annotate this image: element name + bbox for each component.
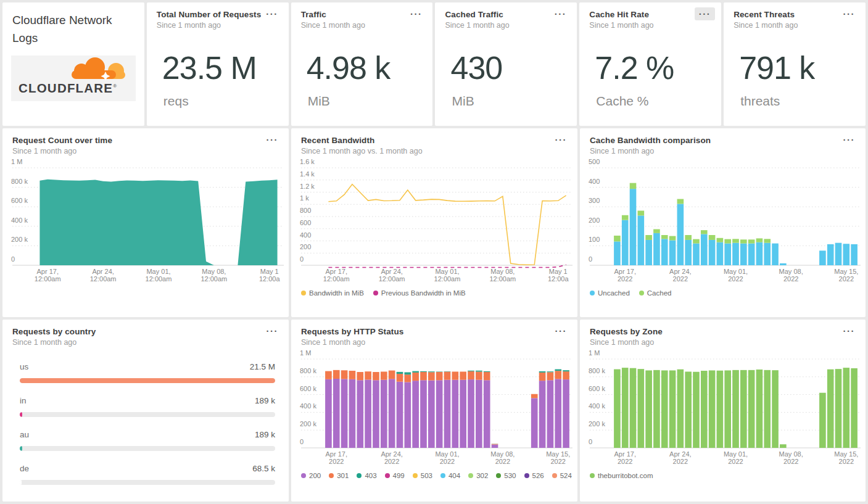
svg-text:400 k: 400 k — [589, 402, 605, 410]
panel-menu-button[interactable]: ··· — [406, 7, 427, 20]
panel-subtitle: Since 1 month ago — [734, 21, 856, 30]
panel-title: Requests by country — [12, 327, 279, 336]
legend-item[interactable]: 200 — [301, 472, 321, 479]
svg-text:Apr 24,: Apr 24, — [92, 268, 114, 275]
stat-value: 7.2 % — [595, 49, 721, 86]
svg-text:1 M: 1 M — [300, 349, 311, 357]
panel-title: Total Number of Requests — [157, 10, 279, 19]
panel-subtitle: Since 1 month ago — [301, 338, 568, 347]
svg-text:12:00a: 12:00a — [548, 275, 569, 283]
legend-dot-icon — [440, 473, 445, 478]
panel-menu-button[interactable]: ··· — [839, 133, 860, 146]
stat-total-requests: Total Number of Requests Since 1 month a… — [147, 2, 289, 126]
stat-unit: Cache % — [596, 94, 721, 109]
legend-dot-icon — [590, 291, 595, 295]
svg-text:1.4 k: 1.4 k — [300, 170, 315, 178]
svg-text:0: 0 — [300, 255, 304, 263]
recent-bandwidth-chart[interactable]: 1.6 k1.4 k1.2 k1 k8006004002000Apr 17,12… — [291, 155, 577, 285]
panel-requests-by-http-status: Requests by HTTP Status Since 1 month ag… — [291, 320, 577, 502]
country-bar-fill — [20, 446, 22, 451]
svg-text:May 08,: May 08, — [779, 268, 803, 275]
legend-dot-icon — [329, 473, 334, 478]
svg-text:May 15,: May 15, — [834, 450, 858, 458]
country-code: in — [20, 396, 27, 405]
cloudflare-logo: CLOUDFLARE® — [11, 56, 136, 101]
legend-item[interactable]: 404 — [440, 472, 460, 479]
middle-chart-row: Request Count over time Since 1 month ag… — [2, 128, 866, 317]
dashboard-page: Cloudflare Network Logs CLOUDFLARE® — [0, 0, 868, 504]
zone-chart[interactable]: 1 M800 k600 k400 k200 k0Apr 17,2022Apr 2… — [580, 347, 866, 468]
legend-item[interactable]: 503 — [413, 472, 432, 479]
svg-text:800: 800 — [300, 207, 311, 214]
legend-item[interactable]: Bandwidth in MiB — [301, 289, 364, 297]
panel-menu-button[interactable]: ··· — [839, 324, 860, 337]
panel-subtitle: Since 1 month ago — [301, 21, 423, 30]
http-status-chart[interactable]: 1 M800 k600 k400 k200 k0Apr 17,2022Apr 2… — [291, 347, 577, 468]
stat-cached-traffic: Cached Traffic Since 1 month ago ··· 430… — [435, 2, 577, 126]
legend-item[interactable]: 524 — [552, 472, 572, 479]
legend-item[interactable]: theburritobot.com — [590, 472, 653, 479]
panel-menu-button[interactable]: ··· — [551, 133, 572, 146]
svg-text:800 k: 800 k — [300, 367, 316, 374]
svg-text:400: 400 — [300, 231, 311, 239]
svg-text:2022: 2022 — [673, 275, 688, 283]
panel-menu-button[interactable]: ··· — [838, 7, 859, 20]
svg-text:Apr 17,: Apr 17, — [326, 268, 347, 275]
panel-request-count: Request Count over time Since 1 month ag… — [2, 128, 289, 317]
stat-value: 4.98 k — [307, 49, 433, 86]
legend-item[interactable]: 302 — [468, 472, 488, 479]
panel-menu-button[interactable]: ··· — [262, 7, 283, 20]
svg-text:May 01,: May 01, — [724, 450, 748, 458]
legend-item[interactable]: 526 — [524, 472, 544, 479]
legend-item[interactable]: 403 — [357, 472, 376, 479]
country-row: de68.5 k — [20, 464, 275, 485]
svg-text:Apr 24,: Apr 24, — [669, 450, 691, 458]
svg-text:600 k: 600 k — [300, 385, 316, 392]
legend-item[interactable]: 499 — [385, 472, 405, 479]
panel-menu-button[interactable]: ··· — [551, 324, 572, 337]
svg-text:300: 300 — [589, 197, 600, 204]
cache-bandwidth-chart[interactable]: 5004003002001000Apr 17,2022Apr 24,2022Ma… — [580, 155, 866, 285]
legend-item[interactable]: Cached — [639, 289, 672, 297]
svg-text:12:00am: 12:00am — [489, 275, 516, 283]
legend-label: 403 — [365, 472, 376, 479]
svg-text:400 k: 400 k — [300, 402, 316, 410]
legend-label: theburritobot.com — [598, 472, 653, 479]
legend-dot-icon — [373, 291, 378, 295]
panel-requests-by-country: Requests by country Since 1 month ago ··… — [2, 320, 289, 502]
legend-dot-icon — [590, 473, 595, 478]
svg-text:0: 0 — [589, 255, 592, 263]
panel-menu-button[interactable]: ··· — [695, 7, 716, 20]
svg-text:0: 0 — [300, 438, 304, 445]
svg-text:May 15,: May 15, — [834, 268, 858, 275]
legend-label: 200 — [309, 472, 321, 479]
legend-item[interactable]: 301 — [329, 472, 349, 479]
svg-text:Apr 24,: Apr 24, — [381, 450, 402, 458]
svg-text:May 08,: May 08, — [779, 450, 803, 458]
panel-title: Requests by HTTP Status — [301, 327, 568, 336]
panel-recent-bandwidth: Recent Bandwidth Since 1 month ago vs. 1… — [291, 128, 577, 317]
legend-item[interactable]: Uncached — [590, 289, 630, 297]
svg-text:Apr 17,: Apr 17, — [614, 450, 635, 458]
svg-text:200: 200 — [300, 243, 311, 250]
legend-item[interactable]: 530 — [496, 472, 516, 479]
legend-dot-icon — [413, 473, 418, 478]
panel-menu-button[interactable]: ··· — [550, 7, 571, 20]
svg-text:100: 100 — [589, 236, 600, 243]
panel-title: Recent Bandwidth — [301, 136, 568, 145]
stat-recent-threats: Recent Threats Since 1 month ago ··· 791… — [724, 2, 866, 126]
country-bar-list: us21.5 Min189 kau189 kde68.5 k — [2, 347, 289, 485]
panel-subtitle: Since 1 month ago vs. 1 month ago — [301, 147, 568, 155]
svg-text:12:00a: 12:00a — [259, 275, 281, 283]
panel-menu-button[interactable]: ··· — [262, 324, 283, 337]
svg-text:May 08,: May 08, — [490, 450, 515, 458]
svg-text:May 01,: May 01, — [435, 450, 459, 458]
request-count-chart[interactable]: 1 M800 k600 k400 k200 k0Apr 17,12:00amAp… — [2, 155, 289, 285]
svg-text:12:00am: 12:00am — [35, 275, 61, 283]
svg-text:0: 0 — [11, 255, 15, 263]
chart-legend — [2, 285, 289, 289]
svg-text:2022: 2022 — [618, 275, 632, 283]
legend-dot-icon — [496, 473, 501, 478]
panel-menu-button[interactable]: ··· — [262, 133, 283, 146]
legend-item[interactable]: Previous Bandwidth in MiB — [373, 289, 466, 297]
